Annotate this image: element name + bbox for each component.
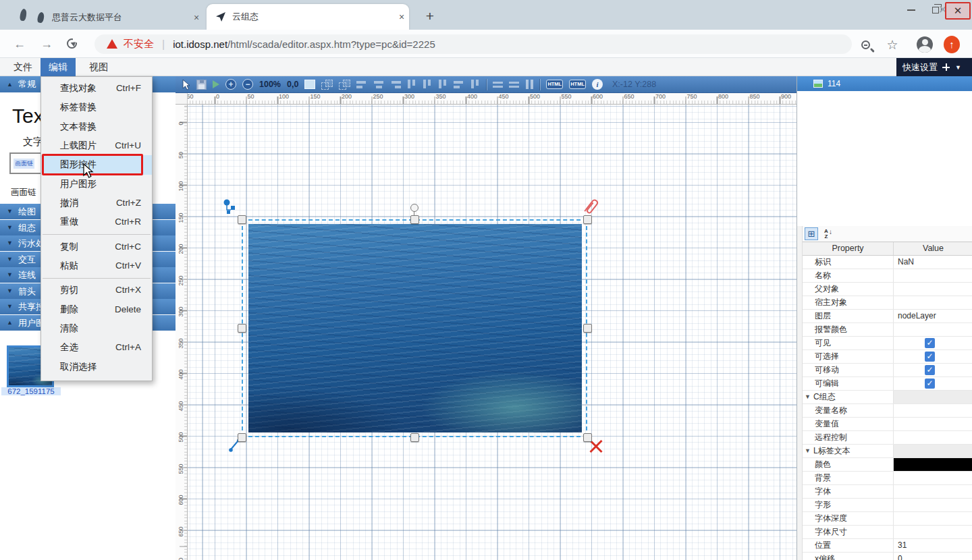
property-value-cell[interactable] [893, 296, 972, 309]
address-input[interactable]: 不安全 | iot.idosp.net/html/scada/editor.as… [94, 34, 852, 54]
tab-cloud-scada-active[interactable]: 云组态 × [207, 4, 409, 30]
zoom-in-icon[interactable]: + [225, 79, 236, 90]
panel-scrollbar[interactable] [797, 226, 803, 560]
property-value-cell[interactable] [893, 283, 972, 296]
align-right-icon[interactable] [390, 80, 401, 89]
quick-settings-button[interactable]: 快速设置 ▼ [896, 58, 972, 76]
triangle-down-icon[interactable]: ▼ [805, 391, 811, 403]
checkbox-checked-icon[interactable]: ✓ [925, 379, 935, 389]
menu-view[interactable]: 视图 [81, 58, 116, 76]
property-value-cell[interactable] [893, 458, 972, 471]
minimize-button[interactable] [899, 0, 923, 20]
same-width-icon[interactable] [454, 80, 464, 89]
align-center-icon[interactable] [373, 80, 384, 89]
property-value-cell[interactable]: 0 [893, 553, 972, 560]
tab1-close-icon[interactable]: × [189, 12, 204, 23]
browser-update-icon[interactable]: ↑ [944, 36, 960, 53]
property-value-cell[interactable]: ✓ [893, 364, 972, 376]
property-value-cell[interactable] [893, 431, 972, 444]
property-value-cell[interactable] [893, 472, 972, 484]
selection-handle[interactable] [238, 324, 246, 333]
design-canvas[interactable] [188, 105, 796, 560]
forward-icon[interactable]: → [38, 36, 55, 53]
menu-item-9[interactable]: 复制Ctrl+C [41, 237, 152, 256]
selection-handle[interactable] [583, 433, 592, 442]
space-evenly-icon[interactable] [525, 80, 533, 89]
bookmark-star-icon[interactable]: ☆ [884, 36, 900, 53]
menu-item-12[interactable]: 删除Delete [41, 300, 152, 319]
property-value-cell[interactable]: ✓ [893, 337, 972, 349]
menu-item-3[interactable]: 文本替换 [41, 117, 152, 136]
group-icon[interactable] [321, 80, 333, 90]
menu-item-14[interactable]: 全选Ctrl+A [41, 338, 152, 357]
menu-item-15[interactable]: 取消选择 [41, 358, 152, 376]
canvas-settings-icon[interactable] [304, 80, 315, 89]
html-preview-icon[interactable]: HTML [569, 80, 586, 89]
menu-item-1[interactable]: 查找对象Ctrl+F [41, 79, 152, 98]
new-tab-button[interactable]: + [420, 7, 440, 27]
palette-text-preview[interactable]: Tex [12, 105, 44, 128]
back-icon[interactable]: ← [11, 36, 28, 53]
menu-item-6[interactable]: 用户图形 [41, 175, 152, 194]
property-value-cell[interactable] [893, 512, 972, 525]
profile-avatar[interactable] [917, 36, 933, 53]
menu-item-11[interactable]: 剪切Ctrl+X [41, 281, 152, 300]
color-swatch[interactable] [894, 458, 972, 471]
selection-handle[interactable] [583, 215, 592, 224]
property-value-cell[interactable] [893, 526, 972, 538]
save-icon[interactable] [196, 80, 207, 90]
selection-handle[interactable] [583, 324, 592, 333]
align-left-icon[interactable] [356, 80, 367, 89]
browser-logo-icon[interactable] [20, 8, 28, 21]
menu-item-2[interactable]: 标签替换 [41, 98, 152, 117]
rotation-handle[interactable] [410, 204, 418, 212]
reload-icon[interactable] [67, 38, 77, 49]
property-value-cell[interactable]: ✓ [893, 377, 972, 390]
menu-item-13[interactable]: 清除 [41, 319, 152, 338]
sort-az-button[interactable]: AZ↓ [819, 227, 833, 240]
property-value-cell[interactable] [893, 323, 972, 336]
security-warning-label[interactable]: 不安全 [124, 38, 154, 51]
categorized-view-button[interactable]: ⊞ [805, 227, 818, 240]
align-bottom-icon[interactable] [438, 80, 448, 90]
tab2-close-icon[interactable]: × [394, 11, 409, 22]
triangle-down-icon[interactable]: ▼ [805, 445, 811, 457]
property-value-cell[interactable]: nodeLayer [893, 310, 972, 323]
connect-anchor-icon[interactable] [221, 198, 240, 217]
menu-item-8[interactable]: 重做Ctrl+R [41, 213, 152, 231]
property-value-cell[interactable] [893, 485, 972, 498]
selection-handle[interactable] [410, 433, 419, 442]
align-top-icon[interactable] [407, 80, 416, 90]
pointer-tool-icon[interactable] [182, 79, 190, 90]
menu-item-7[interactable]: 撤消Ctrl+Z [41, 194, 152, 213]
object-tree-item[interactable]: 114 [797, 76, 972, 91]
property-value-cell[interactable]: ✓ [893, 350, 972, 363]
property-value-cell[interactable] [893, 418, 972, 430]
selection-handle[interactable] [238, 433, 246, 442]
same-height-icon[interactable] [470, 80, 480, 90]
property-value-cell[interactable]: 31 [893, 539, 972, 552]
ungroup-icon[interactable] [339, 80, 350, 90]
selection-handle[interactable] [410, 215, 419, 224]
menu-item-10[interactable]: 粘贴Ctrl+V [41, 256, 152, 275]
property-value-cell[interactable] [893, 404, 972, 417]
html-export-icon[interactable]: HTML [546, 80, 563, 89]
align-middle-icon[interactable] [423, 80, 432, 90]
checkbox-checked-icon[interactable]: ✓ [925, 338, 935, 348]
close-annotation-box[interactable]: ✕ [945, 2, 971, 20]
distribute-h-icon[interactable] [493, 80, 503, 89]
property-value-cell[interactable]: NaN [893, 256, 972, 269]
menu-item-4[interactable]: 上载图片Ctrl+U [41, 136, 152, 155]
menu-file[interactable]: 文件 [5, 58, 40, 76]
info-icon[interactable]: i [592, 79, 603, 90]
property-value-cell[interactable] [893, 269, 972, 282]
property-value-cell[interactable] [893, 499, 972, 511]
checkbox-checked-icon[interactable]: ✓ [925, 365, 935, 375]
tab-sipu-cloud[interactable]: 思普云大数据平台 × [31, 5, 204, 30]
run-icon[interactable] [213, 80, 219, 88]
distribute-v-icon[interactable] [509, 80, 519, 89]
zoom-search-icon[interactable] [857, 36, 873, 53]
selection-handle[interactable] [238, 215, 246, 224]
checkbox-checked-icon[interactable]: ✓ [925, 352, 935, 362]
zoom-out-icon[interactable]: − [242, 79, 253, 90]
